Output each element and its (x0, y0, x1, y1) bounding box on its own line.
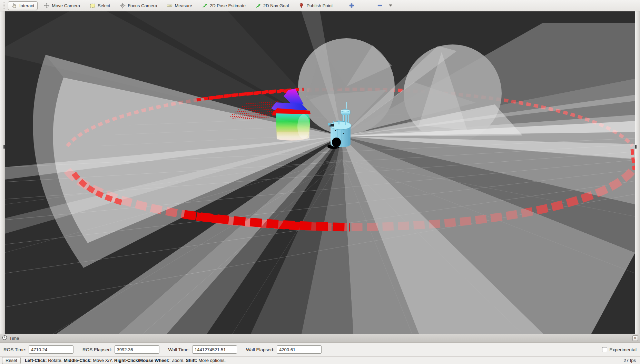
tool-label: Interact (19, 3, 34, 8)
splitter-handle-icon (3, 145, 5, 149)
robot-wheel (332, 138, 341, 147)
hand-icon (11, 3, 17, 9)
wall-elapsed-field: Wall Elapsed: (246, 345, 322, 354)
close-icon: ✕ (634, 336, 637, 340)
tool-interact[interactable]: Interact (8, 1, 38, 10)
wall-time-label: Wall Time: (168, 347, 190, 352)
tool-focus-camera[interactable]: Focus Camera (116, 1, 160, 10)
experimental-option: Experimental (602, 347, 637, 352)
tool-options-button[interactable] (388, 1, 395, 10)
tool-label: Measure (175, 3, 192, 8)
fps-counter: 27 fps (624, 358, 636, 363)
3d-scene[interactable] (5, 11, 635, 334)
time-panel-title: Time (9, 336, 19, 341)
tool-2d-nav-goal[interactable]: 2D Nav Goal (252, 1, 292, 10)
tool-label: Move Camera (52, 3, 80, 8)
tool-label: Focus Camera (128, 3, 157, 8)
plus-icon (349, 3, 354, 8)
select-box-icon (90, 3, 96, 9)
ros-elapsed-input[interactable] (115, 345, 159, 354)
time-panel-body: ROS Time: ROS Elapsed: Wall Time: Wall E… (0, 343, 640, 356)
wall-time-field: Wall Time: (168, 345, 237, 354)
ros-elapsed-label: ROS Elapsed: (82, 347, 112, 352)
clock-icon (2, 335, 7, 341)
ros-elapsed-field: ROS Elapsed: (82, 345, 159, 354)
tool-label: 2D Pose Estimate (210, 3, 246, 8)
right-panel-splitter[interactable] (635, 11, 640, 334)
wall-elapsed-label: Wall Elapsed: (246, 347, 274, 352)
mouse-help-text: Left-Click: Rotate. Middle-Click: Move X… (25, 358, 226, 363)
tool-label: 2D Nav Goal (263, 3, 289, 8)
tool-2d-pose-estimate[interactable]: 2D Pose Estimate (198, 1, 249, 10)
reset-button[interactable]: Reset (2, 357, 21, 364)
remove-tool-button[interactable] (375, 1, 385, 10)
experimental-label: Experimental (609, 347, 637, 352)
toolbar: Interact Move Camera Select Focus Camera… (0, 0, 640, 11)
focus-crosshair-icon (120, 3, 126, 9)
3d-viewport[interactable] (0, 11, 640, 334)
toolbar-drag-handle[interactable] (3, 2, 5, 9)
minus-icon (377, 3, 383, 8)
tool-select[interactable]: Select (86, 1, 114, 10)
tool-measure[interactable]: Measure (163, 1, 196, 10)
time-panel-header: Time ✕ (0, 334, 640, 343)
tool-label: Select (98, 3, 110, 8)
caret-down-icon (389, 4, 392, 7)
splitter-handle-icon (635, 145, 637, 149)
wall-elapsed-input[interactable] (277, 345, 322, 354)
left-panel-splitter[interactable] (0, 11, 5, 334)
ros-time-label: ROS Time: (3, 347, 26, 352)
tool-move-camera[interactable]: Move Camera (40, 1, 83, 10)
map-pin-icon (298, 3, 304, 9)
robot-mast-cap (341, 110, 350, 114)
ros-time-input[interactable] (29, 345, 73, 354)
tool-label: Publish Point (306, 3, 333, 8)
green-arrow-icon (202, 3, 208, 9)
reset-label: Reset (6, 358, 17, 363)
wall-time-input[interactable] (192, 345, 237, 354)
experimental-checkbox[interactable] (602, 347, 607, 352)
pointcloud-fade (277, 132, 310, 140)
ros-time-field: ROS Time: (3, 345, 73, 354)
status-bar: Reset Left-Click: Rotate. Middle-Click: … (0, 356, 640, 364)
robot-antenna (346, 102, 347, 109)
close-time-panel-button[interactable]: ✕ (632, 335, 638, 341)
tool-publish-point[interactable]: Publish Point (295, 1, 336, 10)
green-arrow-icon (255, 3, 261, 9)
ruler-icon (167, 3, 173, 9)
add-tool-button[interactable] (346, 1, 357, 10)
move-camera-icon (44, 3, 50, 9)
